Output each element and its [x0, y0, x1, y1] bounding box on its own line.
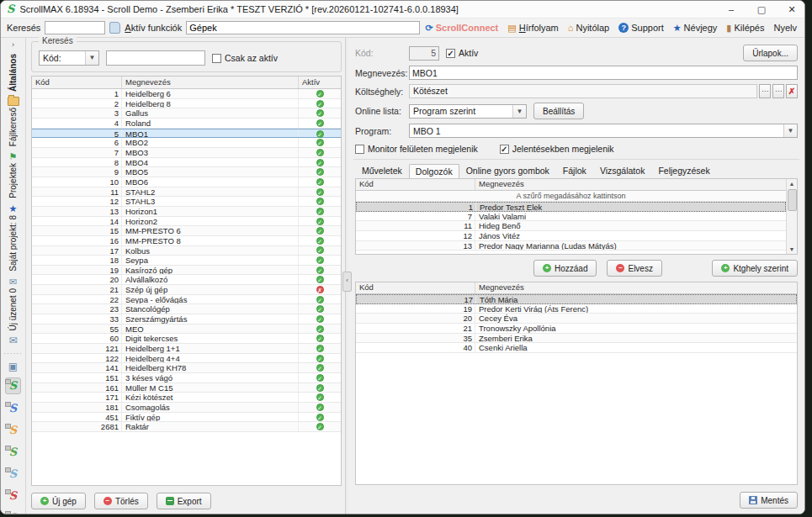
toolbar-link-hirfolyam[interactable]: ▤Hírfolyam — [506, 23, 560, 33]
machine-row[interactable]: 121Heidelberg 1+1✓ — [32, 344, 341, 354]
machine-row[interactable]: 3Gallus✓ — [32, 108, 341, 119]
assigned-worker-row[interactable]: 40Csenki Ariella — [356, 343, 797, 353]
online-list-select[interactable]: Program szerint ▼ — [409, 104, 527, 119]
maximize-button[interactable]: ▢ — [749, 2, 774, 18]
machine-row[interactable]: 9MBO5✓ — [32, 167, 341, 177]
column-header-megnevezes[interactable]: Megnevezés — [475, 179, 786, 190]
assigned-worker-row[interactable]: 21Tronowszky Apollónia — [356, 324, 797, 334]
collapse-left-icon[interactable]: ‹ — [342, 272, 352, 292]
machine-row[interactable]: 12STAHL3✓ — [32, 197, 341, 207]
available-worker-row[interactable]: 12János Vitéz — [356, 231, 786, 241]
toolbar-link-nyelv[interactable]: Nyelv — [772, 23, 799, 33]
scrollmax-app-green-alt-icon[interactable]: S — [6, 445, 20, 460]
scrollmax-app-gray-icon[interactable]: S — [6, 510, 20, 514]
settings-button[interactable]: Beállítás — [533, 103, 584, 119]
tab-muveletek[interactable]: Műveletek — [355, 163, 409, 178]
toolbar-link-scrollconnect[interactable]: ⟳ScrollConnect — [424, 23, 501, 33]
machine-row[interactable]: 55MEO✓ — [32, 324, 341, 335]
search-value-input[interactable] — [106, 50, 205, 66]
machine-row[interactable]: 2Heidelberg 8✓ — [32, 99, 341, 109]
machine-row[interactable]: 171Kézi kötészet✓ — [32, 393, 341, 403]
machine-row[interactable]: 13Horizon1✓ — [32, 207, 341, 217]
lookup-ellipsis-button[interactable]: ⋯ — [759, 84, 771, 98]
tab-vizsgalatok[interactable]: Vizsgálatok — [593, 163, 652, 178]
machine-row[interactable]: 60Digit tekercses✓ — [32, 334, 341, 344]
sidebar-item-altalanos[interactable]: Általános — [8, 54, 18, 92]
machine-row[interactable]: 161Müller M C15✓ — [32, 383, 341, 393]
machine-row[interactable]: 23Stancológép✓ — [32, 304, 341, 314]
column-header-kod[interactable]: Kód — [356, 179, 475, 190]
machine-row[interactable]: 141Heidelberg KH78✓ — [32, 363, 341, 373]
sidebar-item-projektek[interactable]: ⚑Projektek — [8, 151, 18, 198]
only-active-checkbox[interactable]: Csak az aktív — [212, 53, 278, 63]
by-cost-center-button[interactable]: +Ktghely szerint — [712, 260, 798, 277]
available-worker-row[interactable]: 7Valaki Valami — [356, 212, 786, 222]
machine-row[interactable]: 1513 késes vágó✓ — [32, 373, 341, 383]
terminal-user-icon[interactable]: ▣ — [8, 361, 18, 372]
machine-row[interactable]: 16MM-PRESTO 8✓ — [32, 236, 341, 246]
toolbar-link-nevjegy[interactable]: ★Névjegy — [671, 23, 719, 33]
active-functions-input[interactable] — [186, 21, 419, 34]
machine-row[interactable]: 20Alvállalkozó✓ — [32, 275, 341, 285]
scrollmax-app-blue-icon[interactable]: S — [6, 401, 20, 416]
lookup-ellipsis-button-2[interactable]: ⋯ — [772, 84, 784, 98]
close-button[interactable]: ✕ — [779, 2, 804, 18]
assigned-worker-row[interactable]: 20Cecey Éva — [356, 314, 797, 324]
column-header-megnevezes[interactable]: Megnevezés — [122, 76, 299, 88]
machine-row[interactable]: 4Roland✓ — [32, 119, 341, 129]
available-worker-row[interactable]: 11Hideg Benő — [356, 221, 786, 231]
machine-row[interactable]: 7MBO3✓ — [32, 148, 341, 158]
machine-row[interactable]: 2681Raktár✓ — [32, 422, 341, 432]
column-header-aktiv[interactable]: Aktív — [299, 76, 341, 88]
scrollbar-thumb[interactable] — [788, 189, 797, 211]
sidebar-item-uj-uzenet-0[interactable]: ✉Új üzenet 0 — [8, 277, 18, 331]
tab-feljegyzesek[interactable]: Feljegyzések — [651, 163, 716, 178]
toolbar-link-nyitolap[interactable]: ⌂Nyitólap — [566, 23, 611, 33]
scroll-up-icon[interactable]: ▲ — [787, 179, 798, 188]
assigned-worker-row[interactable]: 19Predor Kerti Virág (Áts Ferenc) — [356, 304, 797, 314]
expand-chevron-icon[interactable]: › — [12, 40, 14, 49]
cost-center-field[interactable]: Kötészet — [409, 84, 757, 98]
tab-fajlok[interactable]: Fájlok — [556, 163, 593, 178]
machine-row[interactable]: 21Szép új gép✗ — [32, 285, 341, 295]
sidebar-item-sajat-projekt-8[interactable]: ★Saját projekt: 8 — [8, 203, 18, 272]
column-header-megnevezes[interactable]: Megnevezés — [475, 282, 797, 293]
column-header-kod[interactable]: Kód — [32, 76, 122, 88]
tab-dolgozok[interactable]: Dolgozók — [409, 164, 459, 179]
machine-row[interactable]: 122Heidelberg 4+4✓ — [32, 354, 341, 364]
scrollmax-app-red-icon[interactable]: S — [6, 488, 20, 504]
panel-splitter[interactable]: ‹ — [346, 38, 348, 514]
minimize-button[interactable]: – — [719, 2, 744, 18]
machine-row[interactable]: 18Seypa✓ — [32, 256, 341, 266]
machine-row[interactable]: 451Fiktív gép✓ — [32, 413, 341, 423]
forms-button[interactable]: Űrlapok... — [743, 45, 798, 61]
available-worker-row[interactable]: 13Predor Nagy Marianna (Ludas Mátyás) — [356, 241, 786, 251]
export-button[interactable]: Export — [157, 493, 211, 509]
machine-row[interactable]: 22Seypa - elővágás✓ — [32, 295, 341, 305]
scrollmax-app-lightblue-icon[interactable]: S — [6, 467, 20, 482]
reports-display-checkbox[interactable]: Jelentésekben megjelenik — [500, 144, 614, 154]
mail-icon[interactable]: ✉ — [8, 335, 17, 346]
machine-row[interactable]: 6MBO2✓ — [32, 138, 341, 148]
clear-cost-center-icon[interactable]: ✗ — [786, 84, 798, 98]
save-button[interactable]: Mentés — [740, 492, 798, 509]
scrollmax-app-green-icon[interactable]: S — [5, 377, 21, 394]
remove-worker-button[interactable]: −Elvesz — [607, 260, 661, 277]
add-worker-button[interactable]: +Hozzáad — [533, 260, 597, 277]
global-search-input[interactable] — [45, 21, 105, 34]
sidebar-item-fajlkereso[interactable]: Fájlkereső — [8, 97, 19, 146]
active-checkbox[interactable]: Aktív — [446, 48, 478, 58]
tab-online-gyors-gombok[interactable]: Online gyors gombok — [459, 163, 556, 178]
scroll-down-icon[interactable]: ▼ — [787, 245, 798, 254]
toolbar-link-support[interactable]: ?Support — [617, 23, 666, 33]
machine-row[interactable]: 19Kasírozó gép✓ — [32, 266, 341, 276]
column-header-kod[interactable]: Kód — [356, 282, 475, 293]
new-machine-button[interactable]: +Új gép — [31, 493, 86, 509]
toolbar-link-kilepes[interactable]: ▮Kilépés — [724, 23, 766, 33]
machine-row[interactable]: 17Kolbus✓ — [32, 246, 341, 256]
scrollmax-app-orange-icon[interactable]: S — [6, 423, 20, 438]
machine-row[interactable]: 181Csomagolás✓ — [32, 403, 341, 413]
machine-row[interactable]: 1Heidelberg 6✓ — [32, 89, 341, 99]
machine-row[interactable]: 11STAHL2✓ — [32, 187, 341, 198]
machine-row[interactable]: 8MBO4✓ — [32, 158, 341, 168]
